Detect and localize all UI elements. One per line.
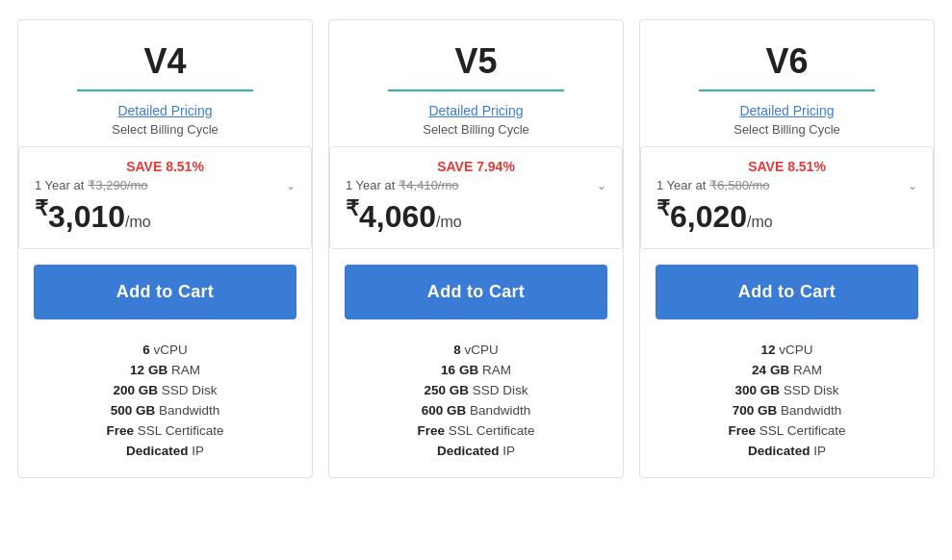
select-billing-label: Select Billing Cycle	[423, 122, 529, 137]
current-price: ₹4,060/mo	[346, 196, 606, 235]
price-value: 4,060	[359, 199, 436, 234]
spec-item: Free SSL Certificate	[107, 423, 224, 438]
price-value: 3,010	[48, 199, 125, 234]
spec-item: 24 GB RAM	[752, 363, 822, 377]
pricing-box: SAVE 8.51%1 Year at ₹3,290/mo⌄₹3,010/mo	[18, 146, 312, 249]
original-price-row: 1 Year at ₹6,580/mo⌄	[656, 178, 917, 192]
spec-bold: Free	[729, 423, 757, 438]
title-divider	[388, 89, 564, 91]
spec-item: 200 GB SSD Disk	[113, 383, 217, 397]
card-title-v6: V6	[765, 20, 808, 89]
spec-bold: Free	[107, 423, 135, 438]
spec-bold: Free	[418, 423, 446, 438]
spec-rest: SSL Certificate	[134, 423, 223, 438]
spec-item: 12 GB RAM	[130, 363, 200, 377]
spec-item: 6 vCPU	[142, 343, 188, 357]
save-badge: SAVE 8.51%	[656, 159, 917, 174]
spec-rest: Bandwidth	[155, 403, 219, 418]
spec-item: 600 GB Bandwidth	[422, 403, 530, 418]
currency-symbol: ₹	[346, 196, 359, 220]
add-to-cart-button-v4[interactable]: Add to Cart	[34, 265, 296, 319]
spec-rest: RAM	[167, 363, 200, 377]
spec-item: 300 GB SSD Disk	[734, 383, 838, 397]
cards-container: V4Detailed PricingSelect Billing CycleSA…	[0, 10, 952, 488]
select-billing-label: Select Billing Cycle	[112, 122, 219, 137]
spec-rest: SSL Certificate	[445, 423, 534, 438]
add-to-cart-button-v5[interactable]: Add to Cart	[345, 265, 607, 319]
spec-bold: 12	[760, 343, 775, 357]
specs-list: 8 vCPU16 GB RAM250 GB SSD Disk600 GB Ban…	[329, 335, 623, 477]
spec-bold: 300 GB	[734, 383, 780, 397]
chevron-down-icon[interactable]: ⌄	[908, 179, 917, 192]
spec-rest: SSL Certificate	[756, 423, 845, 438]
chevron-down-icon[interactable]: ⌄	[597, 179, 606, 192]
spec-rest: IP	[500, 444, 516, 458]
pricing-box: SAVE 7.94%1 Year at ₹4,410/mo⌄₹4,060/mo	[329, 146, 623, 249]
spec-item: 250 GB SSD Disk	[424, 383, 527, 397]
spec-bold: Dedicated	[437, 444, 500, 458]
spec-bold: 500 GB	[111, 403, 156, 418]
spec-item: Free SSL Certificate	[418, 423, 535, 438]
card-v5: V5Detailed PricingSelect Billing CycleSA…	[328, 19, 624, 478]
detailed-pricing-link-v5[interactable]: Detailed Pricing	[428, 103, 523, 118]
original-price-row: 1 Year at ₹3,290/mo⌄	[35, 178, 296, 192]
spec-rest: vCPU	[776, 343, 813, 357]
spec-bold: 8	[453, 343, 461, 357]
spec-item: Dedicated IP	[437, 444, 515, 458]
spec-item: Dedicated IP	[748, 444, 826, 458]
spec-item: 500 GB Bandwidth	[111, 403, 219, 418]
spec-bold: 12 GB	[130, 363, 167, 377]
add-to-cart-button-v6[interactable]: Add to Cart	[656, 265, 918, 319]
original-price-row: 1 Year at ₹4,410/mo⌄	[346, 178, 606, 192]
specs-list: 12 vCPU24 GB RAM300 GB SSD Disk700 GB Ba…	[640, 335, 934, 477]
spec-rest: SSD Disk	[469, 383, 528, 397]
spec-rest: vCPU	[461, 343, 499, 357]
original-price: ₹6,580/mo	[709, 178, 769, 192]
spec-item: 700 GB Bandwidth	[733, 403, 841, 418]
spec-item: Dedicated IP	[126, 444, 204, 458]
per-mo-label: /mo	[747, 214, 773, 230]
spec-item: 12 vCPU	[760, 343, 812, 357]
title-divider	[699, 89, 875, 91]
spec-bold: Dedicated	[126, 444, 189, 458]
spec-bold: 700 GB	[733, 403, 778, 418]
spec-bold: Dedicated	[748, 444, 810, 458]
spec-bold: 16 GB	[441, 363, 478, 377]
pricing-box: SAVE 8.51%1 Year at ₹6,580/mo⌄₹6,020/mo	[640, 146, 934, 249]
year-label: 1 Year at	[35, 178, 84, 192]
card-v4: V4Detailed PricingSelect Billing CycleSA…	[17, 19, 313, 478]
price-value: 6,020	[670, 199, 747, 234]
detailed-pricing-link-v6[interactable]: Detailed Pricing	[739, 103, 834, 118]
spec-rest: vCPU	[150, 343, 188, 357]
save-badge: SAVE 7.94%	[346, 159, 606, 174]
chevron-down-icon[interactable]: ⌄	[286, 179, 296, 192]
card-v6: V6Detailed PricingSelect Billing CycleSA…	[639, 19, 935, 478]
save-badge: SAVE 8.51%	[35, 159, 296, 174]
spec-bold: 600 GB	[422, 403, 467, 418]
card-title-v5: V5	[454, 20, 497, 89]
spec-rest: IP	[810, 444, 827, 458]
original-price: ₹3,290/mo	[88, 178, 147, 192]
select-billing-label: Select Billing Cycle	[733, 122, 840, 137]
per-mo-label: /mo	[436, 214, 462, 230]
specs-list: 6 vCPU12 GB RAM200 GB SSD Disk500 GB Ban…	[18, 335, 312, 477]
original-price: ₹4,410/mo	[399, 178, 458, 192]
year-label: 1 Year at	[346, 178, 395, 192]
spec-bold: 24 GB	[752, 363, 789, 377]
spec-bold: 6	[142, 343, 150, 357]
year-label: 1 Year at	[656, 178, 706, 192]
spec-item: 16 GB RAM	[441, 363, 511, 377]
spec-bold: 200 GB	[113, 383, 158, 397]
per-mo-label: /mo	[125, 214, 151, 230]
spec-rest: RAM	[789, 363, 822, 377]
spec-rest: IP	[189, 444, 205, 458]
spec-rest: SSD Disk	[158, 383, 218, 397]
currency-symbol: ₹	[656, 196, 670, 220]
current-price: ₹6,020/mo	[656, 196, 917, 235]
spec-rest: SSD Disk	[780, 383, 839, 397]
spec-bold: 250 GB	[424, 383, 469, 397]
spec-item: Free SSL Certificate	[729, 423, 846, 438]
currency-symbol: ₹	[35, 196, 48, 220]
spec-item: 8 vCPU	[453, 343, 499, 357]
detailed-pricing-link-v4[interactable]: Detailed Pricing	[117, 103, 212, 118]
